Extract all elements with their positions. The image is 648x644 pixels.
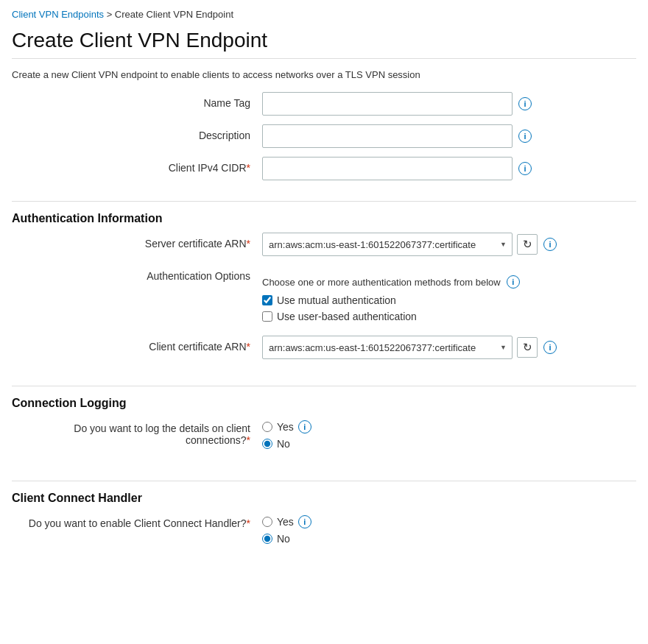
breadcrumb-link[interactable]: Client VPN Endpoints: [12, 9, 104, 20]
log-connections-label: Do you want to log the details on client…: [12, 417, 262, 446]
name-tag-control: Sri-VPNEndPoint i: [262, 92, 636, 116]
mutual-auth-checkbox-item: Use mutual authentication: [262, 294, 520, 306]
description-control: i: [262, 124, 636, 148]
user-based-auth-checkbox-item: Use user-based authentication: [262, 311, 520, 322]
log-connections-yes-radio[interactable]: [262, 422, 272, 432]
server-cert-arn-info-icon[interactable]: i: [543, 238, 557, 251]
enable-handler-row: Do you want to enable Client Connect Han…: [12, 512, 636, 549]
name-tag-label: Name Tag: [12, 92, 262, 109]
client-cert-arn-select[interactable]: arn:aws:acm:us-east-1:601522067377:certi…: [262, 336, 513, 359]
enable-handler-radio-group: Yes i No: [262, 515, 311, 549]
client-connect-handler-section: Client Connect Handler Do you want to en…: [12, 481, 636, 549]
client-cert-arn-label: Client certificate ARN*: [12, 336, 262, 353]
log-connections-yes-label: Yes: [277, 421, 294, 433]
client-cert-arn-info-icon[interactable]: i: [543, 341, 557, 354]
page-description: Create a new Client VPN endpoint to enab…: [12, 69, 636, 80]
auth-section: Authentication Information Server certif…: [12, 201, 636, 359]
auth-section-header: Authentication Information: [12, 202, 636, 233]
log-connections-row: Do you want to log the details on client…: [12, 417, 636, 454]
auth-options-description: Choose one or more authentication method…: [262, 272, 501, 288]
log-connections-yes-item: Yes i: [262, 420, 311, 434]
enable-handler-info-icon[interactable]: i: [298, 515, 311, 528]
enable-handler-label: Do you want to enable Client Connect Han…: [12, 512, 262, 529]
log-connections-radio-group: Yes i No: [262, 420, 311, 454]
enable-handler-no-radio[interactable]: [262, 534, 272, 544]
title-divider: [12, 58, 636, 59]
connection-logging-header: Connection Logging: [12, 386, 636, 417]
client-cert-arn-row: Client certificate ARN* arn:aws:acm:us-e…: [12, 336, 636, 359]
auth-options-control: Choose one or more authentication method…: [262, 265, 520, 327]
server-cert-arn-label: Server certificate ARN*: [12, 233, 262, 250]
description-row: Description i: [12, 124, 636, 148]
log-connections-info-icon[interactable]: i: [298, 420, 311, 434]
enable-handler-yes-radio[interactable]: [262, 517, 272, 527]
server-cert-arn-select-wrap: arn:aws:acm:us-east-1:601522067377:certi…: [262, 233, 513, 256]
client-cert-arn-control: arn:aws:acm:us-east-1:601522067377:certi…: [262, 336, 636, 359]
mutual-auth-checkbox[interactable]: [262, 295, 272, 305]
user-based-auth-checkbox[interactable]: [262, 311, 272, 322]
auth-options-label: Authentication Options: [12, 265, 262, 282]
description-input[interactable]: [262, 124, 513, 148]
log-connections-no-radio[interactable]: [262, 439, 272, 449]
breadcrumb: Client VPN Endpoints > Create Client VPN…: [12, 9, 636, 20]
breadcrumb-current: Create Client VPN Endpoint: [115, 9, 233, 20]
client-ipv4-cidr-input[interactable]: 10.0.0.0/22: [262, 157, 513, 180]
mutual-auth-label: Use mutual authentication: [277, 294, 396, 306]
auth-options-row: Authentication Options Choose one or mor…: [12, 265, 636, 327]
client-cert-arn-select-wrap: arn:aws:acm:us-east-1:601522067377:certi…: [262, 336, 513, 359]
page-title: Create Client VPN Endpoint: [12, 29, 636, 52]
enable-handler-yes-label: Yes: [277, 516, 294, 528]
description-label: Description: [12, 124, 262, 141]
enable-handler-control: Yes i No: [262, 512, 636, 549]
log-connections-no-item: No: [262, 438, 311, 450]
client-ipv4-cidr-label: Client IPv4 CIDR*: [12, 157, 262, 174]
client-ipv4-cidr-info-icon[interactable]: i: [518, 162, 532, 175]
auth-options-info-icon[interactable]: i: [507, 275, 520, 289]
log-connections-no-label: No: [277, 438, 290, 450]
server-cert-arn-control: arn:aws:acm:us-east-1:601522067377:certi…: [262, 233, 636, 256]
name-tag-input[interactable]: Sri-VPNEndPoint: [262, 92, 513, 116]
client-ipv4-cidr-control: 10.0.0.0/22 i: [262, 157, 636, 180]
breadcrumb-separator: >: [107, 9, 115, 20]
enable-handler-no-item: No: [262, 533, 311, 545]
name-tag-row: Name Tag Sri-VPNEndPoint i: [12, 92, 636, 116]
server-cert-arn-refresh-button[interactable]: ↻: [517, 234, 538, 255]
client-connect-handler-header: Client Connect Handler: [12, 481, 636, 512]
log-connections-control: Yes i No: [262, 417, 636, 454]
enable-handler-no-label: No: [277, 533, 290, 545]
user-based-auth-label: Use user-based authentication: [277, 311, 417, 322]
client-cert-arn-refresh-button[interactable]: ↻: [517, 337, 538, 358]
connection-logging-section: Connection Logging Do you want to log th…: [12, 386, 636, 454]
client-ipv4-cidr-row: Client IPv4 CIDR* 10.0.0.0/22 i: [12, 157, 636, 180]
enable-handler-yes-item: Yes i: [262, 515, 311, 528]
server-cert-arn-select[interactable]: arn:aws:acm:us-east-1:601522067377:certi…: [262, 233, 513, 256]
server-cert-arn-row: Server certificate ARN* arn:aws:acm:us-e…: [12, 233, 636, 256]
name-tag-info-icon[interactable]: i: [518, 97, 532, 110]
description-info-icon[interactable]: i: [518, 130, 532, 143]
auth-options-checkboxes: Use mutual authentication Use user-based…: [262, 294, 520, 327]
